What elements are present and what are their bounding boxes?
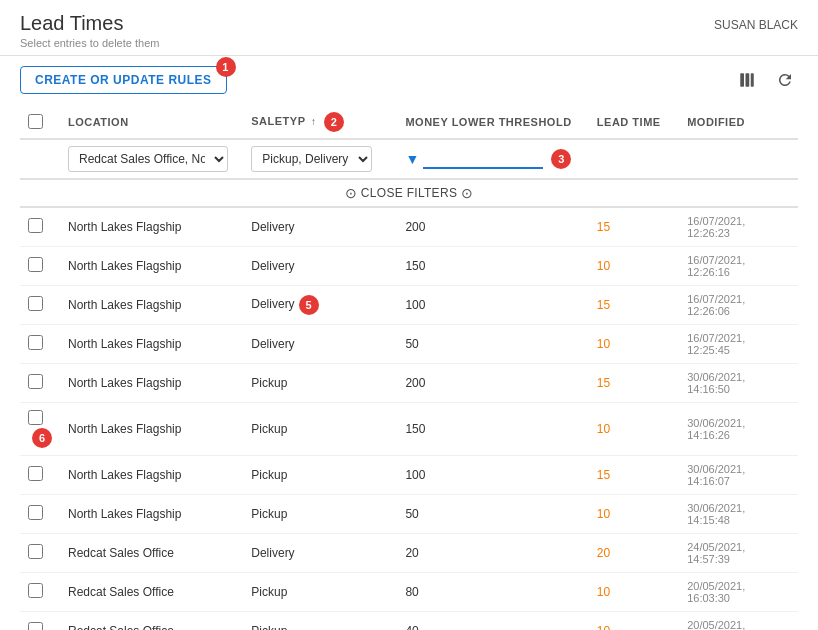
table-row: Redcat Sales OfficeDelivery202024/05/202… <box>20 534 798 573</box>
page-subtitle: Select entries to delete them <box>20 37 159 49</box>
table-row: North Lakes FlagshipDelivery1501016/07/2… <box>20 247 798 286</box>
row-location: North Lakes Flagship <box>60 286 243 325</box>
row-threshold: 200 <box>397 207 588 247</box>
row-check-cell <box>20 534 60 573</box>
header-location[interactable]: LOCATION <box>60 104 243 139</box>
row-saletype: Delivery <box>243 247 397 286</box>
filter-row: Redcat Sales Office, Nort Pickup, Delive… <box>20 139 798 179</box>
row-checkbox[interactable] <box>28 296 43 311</box>
table-row: North Lakes FlagshipDelivery2001516/07/2… <box>20 207 798 247</box>
annotation-2: 2 <box>324 112 344 132</box>
row-leadtime: 10 <box>589 403 679 456</box>
annotation-3: 3 <box>551 149 571 169</box>
row-checkbox[interactable] <box>28 583 43 598</box>
row-checkbox[interactable] <box>28 466 43 481</box>
svg-rect-0 <box>740 73 744 87</box>
row-saletype: Pickup <box>243 612 397 631</box>
row-checkbox[interactable] <box>28 505 43 520</box>
row-check-cell <box>20 456 60 495</box>
top-bar: Lead Times Select entries to delete them… <box>0 0 818 56</box>
filter-leadtime-cell <box>589 139 679 179</box>
row-leadtime: 10 <box>589 612 679 631</box>
row-leadtime: 10 <box>589 325 679 364</box>
row-leadtime: 10 <box>589 573 679 612</box>
row-location: North Lakes Flagship <box>60 364 243 403</box>
annotation-6: 6 <box>32 428 52 448</box>
table-container: LOCATION SALETYP ↑ 2 MONEY LOWER THRESHO… <box>0 104 818 630</box>
row-modified: 20/05/2021, 15:33:46 <box>679 612 798 631</box>
row-modified: 30/06/2021, 14:16:26 <box>679 403 798 456</box>
filter-threshold-wrapper: ▼ 3 <box>405 149 580 169</box>
row-leadtime: 10 <box>589 247 679 286</box>
row-checkbox[interactable] <box>28 622 43 630</box>
row-leadtime: 10 <box>589 495 679 534</box>
header-saletype[interactable]: SALETYP ↑ 2 <box>243 104 397 139</box>
sort-icon: ↑ <box>311 116 317 127</box>
row-checkbox[interactable] <box>28 218 43 233</box>
filter-location-select[interactable]: Redcat Sales Office, Nort <box>68 146 228 172</box>
close-filters-cell[interactable]: ⊙ CLOSE FILTERS ⊙ <box>20 179 798 207</box>
select-all-checkbox[interactable] <box>28 114 43 129</box>
row-location: North Lakes Flagship <box>60 403 243 456</box>
create-or-update-rules-button[interactable]: CREATE OR UPDATE RULES 1 <box>20 66 227 94</box>
row-saletype: Pickup <box>243 403 397 456</box>
filter-modified-cell <box>679 139 798 179</box>
row-saletype: Delivery <box>243 325 397 364</box>
row-modified: 16/07/2021, 12:26:23 <box>679 207 798 247</box>
row-threshold: 20 <box>397 534 588 573</box>
filter-check-cell <box>20 139 60 179</box>
lead-times-table: LOCATION SALETYP ↑ 2 MONEY LOWER THRESHO… <box>20 104 798 630</box>
header-modified: MODIFIED <box>679 104 798 139</box>
row-location: North Lakes Flagship <box>60 456 243 495</box>
table-row: North Lakes FlagshipPickup2001530/06/202… <box>20 364 798 403</box>
refresh-button[interactable] <box>772 69 798 91</box>
filter-saletype-cell: Pickup, Delivery <box>243 139 397 179</box>
row-check-cell <box>20 495 60 534</box>
row-threshold: 150 <box>397 247 588 286</box>
row-saletype: Pickup <box>243 495 397 534</box>
columns-toggle-button[interactable] <box>734 69 760 91</box>
row-check-cell <box>20 286 60 325</box>
row-check-cell <box>20 207 60 247</box>
row-checkbox[interactable] <box>28 410 43 425</box>
filter-threshold-input[interactable] <box>423 149 543 169</box>
row-checkbox[interactable] <box>28 544 43 559</box>
header-check <box>20 104 60 139</box>
table-row: North Lakes FlagshipDelivery51001516/07/… <box>20 286 798 325</box>
annotation-1: 1 <box>216 57 236 77</box>
row-leadtime: 15 <box>589 286 679 325</box>
row-check-cell <box>20 247 60 286</box>
row-threshold: 150 <box>397 403 588 456</box>
row-modified: 16/07/2021, 12:25:45 <box>679 325 798 364</box>
row-check-cell <box>20 612 60 631</box>
close-filters-row[interactable]: ⊙ CLOSE FILTERS ⊙ <box>20 179 798 207</box>
row-modified: 30/06/2021, 14:15:48 <box>679 495 798 534</box>
row-modified: 16/07/2021, 12:26:06 <box>679 286 798 325</box>
svg-rect-1 <box>746 73 750 87</box>
close-filters-label: ⊙ CLOSE FILTERS ⊙ <box>345 185 474 201</box>
row-modified: 16/07/2021, 12:26:16 <box>679 247 798 286</box>
filter-saletype-select[interactable]: Pickup, Delivery <box>251 146 372 172</box>
row-saletype: Delivery <box>243 207 397 247</box>
chevron-up-icon: ⊙ <box>345 185 357 201</box>
page-title: Lead Times <box>20 12 159 35</box>
row-leadtime: 15 <box>589 364 679 403</box>
row-threshold: 40 <box>397 612 588 631</box>
row-checkbox[interactable] <box>28 374 43 389</box>
table-row: Redcat Sales OfficePickup401020/05/2021,… <box>20 612 798 631</box>
table-row: Redcat Sales OfficePickup801020/05/2021,… <box>20 573 798 612</box>
table-row: 6North Lakes FlagshipPickup1501030/06/20… <box>20 403 798 456</box>
row-location: Redcat Sales Office <box>60 534 243 573</box>
row-modified: 30/06/2021, 14:16:07 <box>679 456 798 495</box>
user-name: SUSAN BLACK <box>714 18 798 32</box>
toolbar-right <box>734 69 798 91</box>
annotation-5: 5 <box>299 295 319 315</box>
table-body: North Lakes FlagshipDelivery2001516/07/2… <box>20 207 798 630</box>
row-threshold: 80 <box>397 573 588 612</box>
row-threshold: 50 <box>397 495 588 534</box>
row-checkbox[interactable] <box>28 257 43 272</box>
row-checkbox[interactable] <box>28 335 43 350</box>
row-leadtime: 15 <box>589 456 679 495</box>
table-header-row: LOCATION SALETYP ↑ 2 MONEY LOWER THRESHO… <box>20 104 798 139</box>
row-saletype: Delivery <box>243 534 397 573</box>
